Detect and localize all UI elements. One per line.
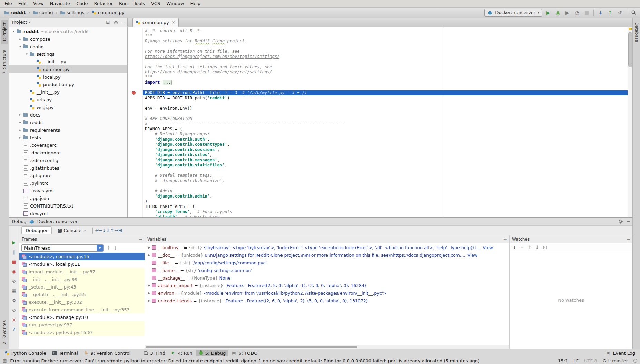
stripe-structure[interactable]: 7: Structure [1, 47, 8, 77]
tree-item-reddit[interactable]: ▸reddit [9, 119, 127, 126]
frame-row[interactable]: <module>, common.py:15 [19, 253, 145, 260]
remove-watch-button[interactable]: − [520, 245, 524, 250]
hector-icon[interactable] [633, 359, 637, 363]
project-panel-title[interactable]: Project [12, 20, 27, 25]
tree-item-dockerignore[interactable]: .dockerignore [9, 149, 127, 156]
vcs-commit-button[interactable]: ↑ [607, 9, 614, 16]
panel-menu-icon[interactable]: → [503, 237, 507, 242]
frame-row[interactable]: <module>, local.py:11 [19, 260, 145, 268]
tree-item-dev-yml[interactable]: dev.yml [9, 210, 127, 217]
profiler-button[interactable]: ◔ [573, 9, 581, 16]
step-into-my-code-button[interactable]: ⇩ [106, 228, 110, 233]
tree-item-editorconfig[interactable]: .editorconfig [9, 156, 127, 164]
tree-chevron-icon[interactable]: ▸ [18, 37, 23, 41]
settings-gear-icon[interactable] [618, 219, 623, 224]
breadcrumb-item-config[interactable]: config [32, 9, 55, 16]
toolwindow-button-python-console[interactable]: Python Console [2, 350, 49, 356]
tree-chevron-icon[interactable]: ▸ [18, 113, 23, 117]
toolwindow-button-3-find[interactable]: 3: Find [141, 350, 168, 356]
tree-item-production-py[interactable]: production.py [9, 81, 127, 88]
variable-row-file[interactable]: __file__ = {str} '/app/config/settings/c… [145, 259, 509, 266]
menu-navigate[interactable]: Navigate [47, 0, 73, 7]
stripe-database[interactable]: Database [633, 20, 640, 44]
expand-arrow-icon[interactable]: ▶ [146, 299, 152, 302]
frame-row[interactable]: <module>, pydevd.py:1530 [19, 328, 145, 336]
tree-item-init-py[interactable]: __init__.py [9, 88, 127, 96]
tree-item-gitattributes[interactable]: .gitattributes [9, 164, 127, 172]
view-link[interactable]: View [483, 245, 493, 250]
hide-toolwindow-icon[interactable]: ─ [627, 219, 630, 224]
menu-file[interactable]: File [1, 0, 15, 7]
line-separator[interactable]: LF [573, 358, 579, 363]
editor-error-stripe[interactable] [628, 27, 632, 217]
tree-item-compose[interactable]: ▸compose [9, 35, 127, 43]
editor-tab-common-py[interactable]: common.py × [132, 18, 179, 27]
tree-item-coveragerc[interactable]: .coveragerc [9, 141, 127, 149]
pause-button[interactable]: ∥ [11, 249, 18, 255]
scrollbar-thumb[interactable] [628, 32, 632, 67]
vcs-update-button[interactable]: ↓ [597, 9, 604, 16]
tree-item-tests[interactable]: ▸tests [9, 134, 127, 141]
variable-row-builtins[interactable]: ▶__builtins__ = {dict} {'bytearray': <ty… [145, 244, 509, 251]
panel-menu-icon[interactable]: → [139, 237, 142, 242]
history-button[interactable]: ↺ [616, 9, 623, 16]
duplicate-watch-button[interactable]: ⊡ [543, 245, 547, 250]
move-watch-down-button[interactable]: ↓ [535, 245, 539, 250]
toolwindow-toggle-icon[interactable]: ▦ [3, 358, 7, 363]
tree-item-requirements[interactable]: ▸requirements [9, 126, 127, 134]
tree-item-app-json[interactable]: app.json [9, 194, 127, 202]
settings-button[interactable]: ⚙ [11, 297, 18, 304]
menu-code[interactable]: Code [73, 0, 91, 7]
step-out-button[interactable]: ↑ [110, 228, 114, 233]
frame-row[interactable]: _setup, __init__.py:43 [19, 283, 145, 291]
variable-row-doc[interactable]: ▶__doc__ = {unicode} u'\nDjango settings… [145, 251, 509, 259]
pin-button[interactable]: ⊙ [11, 306, 18, 313]
help-button[interactable]: ? [11, 326, 18, 333]
tree-item-gitignore[interactable]: .gitignore [9, 172, 127, 179]
variable-row-environ[interactable]: ▶environ = {module} <module 'environ' fr… [145, 289, 509, 297]
tree-item-local-py[interactable]: local.py [9, 73, 127, 81]
debug-button[interactable] [554, 9, 561, 16]
search-everywhere-button[interactable] [630, 9, 637, 16]
toolwindow-button-5-debug[interactable]: 5: Debug [196, 350, 229, 356]
restore-layout-button[interactable]: ▦ [11, 287, 18, 294]
expand-arrow-icon[interactable]: ▶ [146, 284, 152, 287]
thread-selector[interactable]: MainThread ▾ [21, 244, 104, 252]
tree-item-urls-py[interactable]: urls.py [9, 96, 127, 103]
stop-button[interactable]: ■ [11, 258, 18, 265]
tree-chevron-icon[interactable]: ▸ [18, 128, 23, 132]
stripe-project[interactable]: 1: Project [1, 20, 8, 44]
step-into-button[interactable]: ↓ [102, 228, 106, 233]
menu-window[interactable]: Window [163, 0, 187, 7]
tree-item-pylintrc[interactable]: .pylintrc [9, 179, 127, 187]
mute-breakpoints-button[interactable]: ⊘ [11, 277, 18, 284]
tab-debugger[interactable]: Debugger [21, 226, 52, 234]
frame-row[interactable]: run, pydevd.py:937 [19, 321, 145, 328]
tree-item-contributors-txt[interactable]: CONTRIBUTORS.txt [9, 202, 127, 210]
tree-chevron-icon[interactable]: ▸ [18, 121, 23, 124]
run-config-selector[interactable]: Docker: runserver ▾ [484, 9, 542, 17]
menu-help[interactable]: Help [187, 0, 204, 7]
frame-row[interactable]: execute, __init__.py:302 [19, 298, 145, 306]
variable-row-absolute-import[interactable]: ▶absolute_import = {instance} _Feature: … [145, 282, 509, 289]
editor-body[interactable]: # -*- coding: utf-8 -*-"""Django setting… [128, 27, 632, 217]
tree-chevron-icon[interactable]: ▾ [11, 30, 16, 33]
file-encoding[interactable]: UTF-8 [584, 358, 597, 363]
tree-chevron-icon[interactable]: ▾ [18, 45, 23, 48]
previous-frame-button[interactable]: ↑ [107, 245, 110, 251]
caret-position[interactable]: 15:1 [558, 358, 568, 363]
close-icon[interactable]: × [172, 20, 175, 25]
run-button[interactable]: ▶ [544, 9, 552, 16]
next-frame-button[interactable]: ↓ [114, 245, 117, 251]
expand-arrow-icon[interactable]: ▶ [146, 291, 152, 295]
breakpoint-icon[interactable] [132, 91, 136, 95]
menu-refactor[interactable]: Refactor [91, 0, 116, 7]
stripe-favorites[interactable]: 2: Favorites [1, 318, 8, 347]
tree-item-travis-yml[interactable]: .travis.yml [9, 187, 127, 194]
menu-view[interactable]: View [30, 0, 47, 7]
expand-arrow-icon[interactable]: ▶ [146, 253, 152, 257]
status-message[interactable]: Error running Docker: runserver: Can't r… [10, 358, 554, 363]
add-watch-button[interactable]: + [513, 245, 516, 250]
close-button[interactable]: × [11, 316, 18, 323]
view-breakpoints-button[interactable]: ◉ [11, 268, 18, 275]
